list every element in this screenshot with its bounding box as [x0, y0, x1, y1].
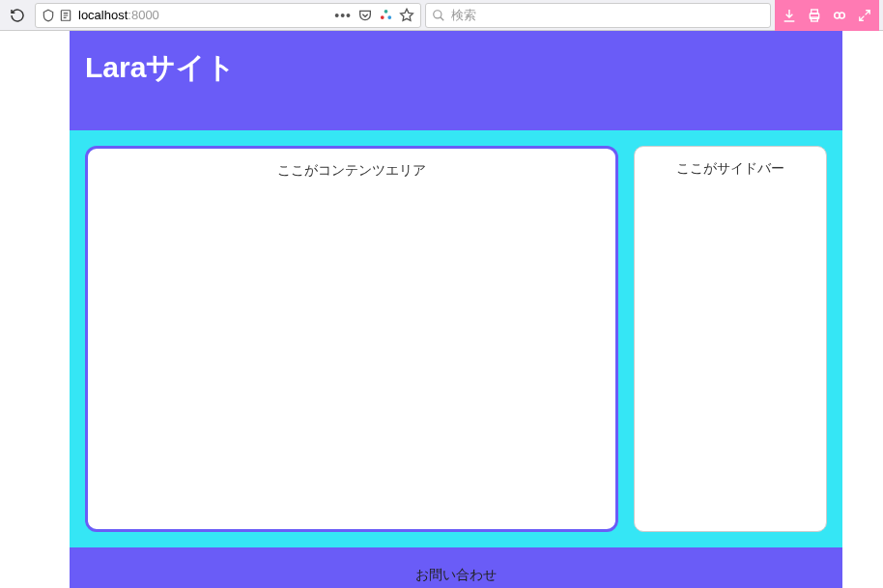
search-bar[interactable]: 検索: [425, 3, 771, 28]
content-area: ここがコンテンツエリア ここがサイドバー: [70, 130, 842, 547]
search-icon: [432, 9, 445, 22]
svg-rect-6: [812, 10, 818, 14]
main-text: ここがコンテンツエリア: [277, 162, 426, 178]
url-bar[interactable]: localhost:8000 •••: [35, 3, 421, 28]
url-port: :8000: [128, 8, 159, 22]
shield-icon: [42, 9, 55, 22]
page: Laraサイト ここがコンテンツエリア ここがサイドバー お問い合わせ: [70, 31, 842, 588]
page-icon: [59, 9, 72, 22]
url-text: localhost:8000: [78, 8, 328, 22]
footer-link[interactable]: お問い合わせ: [415, 567, 497, 582]
viewport: Laraサイト ここがコンテンツエリア ここがサイドバー お問い合わせ: [0, 31, 883, 588]
extension-icon[interactable]: [379, 8, 393, 22]
site-footer: お問い合わせ: [70, 547, 842, 588]
reload-icon: [10, 8, 25, 23]
infinity-icon[interactable]: [831, 7, 848, 24]
svg-point-3: [387, 15, 391, 19]
site-header: Laraサイト: [70, 31, 842, 130]
ellipsis-icon[interactable]: •••: [334, 8, 352, 23]
expand-icon[interactable]: [856, 7, 873, 24]
svg-point-2: [381, 15, 385, 19]
site-title: Laraサイト: [85, 48, 827, 88]
reload-button[interactable]: [4, 2, 31, 29]
url-host: localhost: [78, 8, 128, 22]
pocket-icon[interactable]: [357, 8, 373, 23]
sidebar-panel: ここがサイドバー: [634, 146, 827, 532]
sidebar-text: ここがサイドバー: [676, 160, 784, 176]
search-placeholder: 検索: [451, 7, 476, 24]
download-icon[interactable]: [781, 7, 798, 24]
main-panel: ここがコンテンツエリア: [85, 146, 618, 532]
svg-point-1: [385, 10, 388, 14]
browser-toolbar: localhost:8000 ••• 検索: [0, 0, 883, 31]
star-icon[interactable]: [399, 8, 414, 23]
svg-point-4: [434, 10, 442, 17]
print-icon[interactable]: [806, 7, 823, 24]
right-toolbar: [775, 0, 879, 31]
